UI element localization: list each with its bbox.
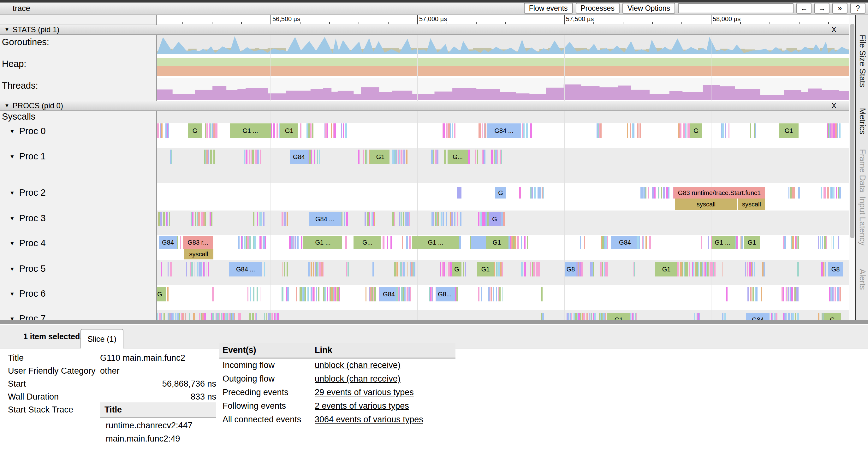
trace-event-stripe[interactable] <box>589 313 590 320</box>
goroutine-slice[interactable]: G <box>188 123 202 138</box>
trace-event-stripe[interactable] <box>722 313 723 320</box>
trace-event-stripe[interactable] <box>832 287 834 301</box>
trace-event-stripe[interactable] <box>702 262 703 276</box>
trace-event-stripe[interactable] <box>783 287 784 301</box>
trace-event-stripe[interactable] <box>736 236 738 249</box>
trace-event-stripe[interactable] <box>399 150 400 164</box>
trace-event-stripe[interactable] <box>260 212 262 226</box>
trace-event-stripe[interactable] <box>526 123 528 138</box>
trace-event-stripe[interactable] <box>580 236 581 249</box>
trace-event-stripe[interactable] <box>747 287 749 301</box>
trace-event-stripe[interactable] <box>284 212 285 226</box>
trace-event-stripe[interactable] <box>593 262 594 276</box>
trace-event-stripe[interactable] <box>211 212 212 226</box>
trace-event-stripe[interactable] <box>788 187 789 199</box>
trace-event-stripe[interactable] <box>327 287 329 301</box>
collapse-icon[interactable]: ▼ <box>9 154 15 160</box>
trace-event-stripe[interactable] <box>581 262 583 276</box>
event-link[interactable]: 29 events of various types <box>315 388 414 397</box>
goroutine-slice[interactable]: G8 <box>828 262 843 276</box>
trace-event-stripe[interactable] <box>496 287 497 301</box>
trace-event-stripe[interactable] <box>186 313 187 320</box>
trace-event-stripe[interactable] <box>475 150 476 164</box>
trace-event-stripe[interactable] <box>410 287 411 301</box>
trace-event-stripe[interactable] <box>600 123 601 138</box>
trace-event-stripe[interactable] <box>287 212 288 226</box>
goroutine-slice[interactable]: G84 <box>382 287 396 301</box>
trace-event-stripe[interactable] <box>677 262 679 276</box>
trace-event-stripe[interactable] <box>161 313 162 320</box>
trace-event-stripe[interactable] <box>399 212 400 226</box>
trace-event-stripe[interactable] <box>208 262 209 276</box>
trace-event-stripe[interactable] <box>157 123 159 138</box>
trace-event-stripe[interactable] <box>234 313 235 320</box>
trace-event-stripe[interactable] <box>341 123 342 138</box>
trace-event-stripe[interactable] <box>365 212 366 226</box>
trace-event-stripe[interactable] <box>515 236 516 249</box>
trace-event-stripe[interactable] <box>541 287 542 301</box>
trace-event-stripe[interactable] <box>818 236 819 249</box>
trace-event-stripe[interactable] <box>668 187 670 199</box>
trace-event-stripe[interactable] <box>584 313 585 320</box>
trace-event-stripe[interactable] <box>310 123 311 138</box>
trace-event-stripe[interactable] <box>308 262 310 276</box>
goroutine-slice[interactable]: G84 ... <box>229 262 262 276</box>
collapse-icon[interactable]: ▼ <box>9 128 15 135</box>
trace-event-stripe[interactable] <box>209 123 210 138</box>
goroutine-slice[interactable]: G <box>824 313 841 320</box>
goroutine-slice[interactable]: G84 ... <box>487 123 521 138</box>
trace-event-stripe[interactable] <box>161 123 162 138</box>
goroutine-slice[interactable]: G <box>157 287 165 301</box>
trace-event-stripe[interactable] <box>482 123 483 138</box>
track-label-proc-2[interactable]: ▼Proc 2 <box>2 187 46 198</box>
trace-event-stripe[interactable] <box>270 313 271 320</box>
trace-event-stripe[interactable] <box>501 262 503 276</box>
track-label-heap-[interactable]: Heap: <box>2 59 26 69</box>
trace-event-stripe[interactable] <box>260 287 260 301</box>
trace-event-stripe[interactable] <box>311 150 312 164</box>
trace-event-stripe[interactable] <box>446 262 447 276</box>
trace-event-stripe[interactable] <box>167 123 169 138</box>
trace-event-stripe[interactable] <box>163 212 165 226</box>
tab-slice[interactable]: Slice (1) <box>81 329 123 348</box>
track-label-threads-[interactable]: Threads: <box>2 81 38 91</box>
trace-event-stripe[interactable] <box>282 212 283 226</box>
trace-event-stripe[interactable] <box>319 150 320 164</box>
trace-event-stripe[interactable] <box>584 236 585 249</box>
goroutine-slice[interactable]: G... <box>353 236 381 249</box>
trace-event-stripe[interactable] <box>358 150 360 164</box>
trace-event-stripe[interactable] <box>265 236 266 249</box>
goroutine-slice[interactable]: G1 <box>486 236 507 249</box>
close-icon[interactable]: X <box>831 25 836 34</box>
goroutine-slice[interactable]: G84 <box>746 313 770 320</box>
trace-event-stripe[interactable] <box>244 150 245 164</box>
trace-event-stripe[interactable] <box>190 262 191 276</box>
trace-event-stripe[interactable] <box>345 236 347 249</box>
trace-event-stripe[interactable] <box>198 212 200 226</box>
trace-event-stripe[interactable] <box>163 313 165 320</box>
trace-event-stripe[interactable] <box>708 236 709 249</box>
trace-event-stripe[interactable] <box>399 287 400 301</box>
trace-event-stripe[interactable] <box>284 262 285 276</box>
track-label-proc-5[interactable]: ▼Proc 5 <box>2 264 46 274</box>
trace-event-stripe[interactable] <box>391 236 392 249</box>
trace-event-stripe[interactable] <box>250 287 251 301</box>
trace-event-stripe[interactable] <box>301 236 302 249</box>
trace-event-stripe[interactable] <box>684 262 685 276</box>
goroutine-slice[interactable]: G1 <box>477 262 494 276</box>
syscall-slice[interactable]: syscall <box>675 199 737 210</box>
trace-event-stripe[interactable] <box>252 313 253 320</box>
trace-event-stripe[interactable] <box>502 287 503 301</box>
trace-event-stripe[interactable] <box>707 262 709 276</box>
goroutine-slice[interactable]: G1 <box>744 236 760 249</box>
event-link[interactable]: 2 events of various types <box>315 401 409 410</box>
trace-event-stripe[interactable] <box>747 262 748 276</box>
trace-event-stripe[interactable] <box>242 236 243 249</box>
sidebar-tab-file-size-stats[interactable]: File Size Stats <box>858 35 867 87</box>
trace-event-stripe[interactable] <box>682 262 683 276</box>
trace-event-stripe[interactable] <box>460 212 461 226</box>
trace-event-stripe[interactable] <box>797 262 799 276</box>
goroutine-slice[interactable]: G1 <box>371 150 390 164</box>
trace-event-stripe[interactable] <box>568 313 569 320</box>
trace-event-stripe[interactable] <box>752 262 753 276</box>
